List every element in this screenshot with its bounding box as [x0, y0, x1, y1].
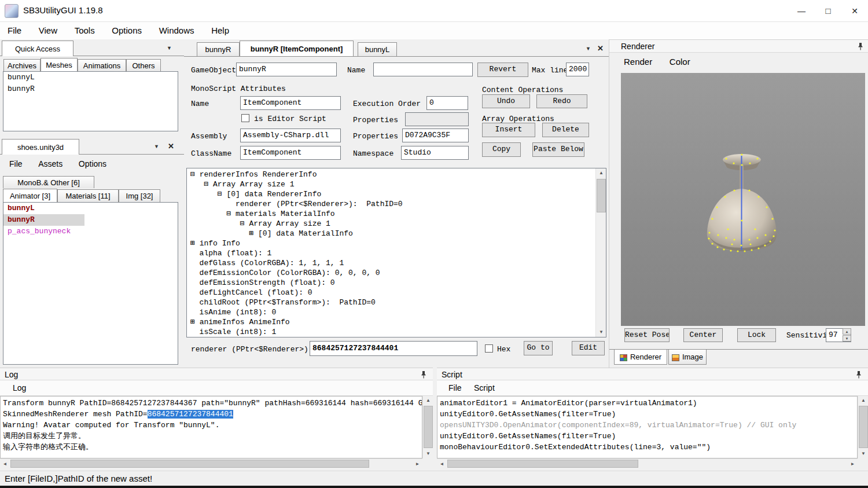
assembly-field[interactable]: Assembly-CSharp.dll — [240, 129, 341, 142]
ms-name-field[interactable]: ItemComponent — [240, 96, 341, 110]
unity-file-dropdown-icon[interactable]: ▼ — [154, 144, 159, 149]
name-field[interactable] — [373, 63, 473, 76]
editor-tab-bunnyr[interactable]: bunnyR — [197, 42, 240, 56]
log-vscroll-thumb[interactable] — [424, 406, 433, 448]
color-menu[interactable]: Color — [662, 53, 698, 71]
unity-file-close-icon[interactable]: ✕ — [168, 142, 174, 151]
script-hscroll-thumb[interactable] — [447, 460, 638, 468]
tab-meshes[interactable]: Meshes — [41, 58, 78, 71]
properties-hash-field[interactable]: D072A9C35F — [402, 129, 469, 142]
maximize-icon[interactable]: □ — [815, 0, 841, 22]
menu-view[interactable]: View — [31, 22, 65, 39]
redo-button[interactable]: Redo — [536, 94, 587, 108]
tab-materials[interactable]: Materials [11] — [57, 189, 119, 202]
scroll-right-icon[interactable]: ► — [848, 459, 858, 469]
list-item[interactable]: p_acs_bunyneck — [3, 226, 178, 237]
tree-row[interactable]: defLightCancel (float): 0 — [190, 288, 594, 298]
script-content[interactable]: animatorEditor1 = AnimatorEditor(parser=… — [437, 396, 858, 458]
lock-button[interactable]: Lock — [737, 328, 776, 342]
tree-row[interactable]: isAnime (int8): 0 — [190, 307, 594, 317]
spin-down-icon[interactable]: ▼ — [843, 335, 851, 342]
tree-scrollbar[interactable]: ▲ ▼ — [595, 168, 606, 337]
editor-tabs-close-icon[interactable]: ✕ — [597, 44, 604, 53]
minimize-icon[interactable]: — — [788, 0, 815, 22]
quick-access-dropdown-icon[interactable]: ▼ — [167, 45, 172, 51]
menu-help[interactable]: Help — [204, 22, 237, 39]
tree-row[interactable]: ⊟ Array Array size 1 — [190, 219, 594, 229]
delete-button[interactable]: Delete — [542, 123, 589, 137]
goto-button[interactable]: Go to — [524, 341, 553, 355]
tab-monob-other[interactable]: MonoB.& Other [6] — [3, 176, 94, 188]
tree-row[interactable]: ⊟ [0] data RendererInfo — [190, 189, 594, 199]
tree-row[interactable]: ⊟ Array Array size 1 — [190, 179, 594, 189]
scroll-right-icon[interactable]: ► — [413, 459, 422, 469]
list-item[interactable]: bunnyL — [3, 72, 178, 83]
classname-field[interactable]: ItemComponent — [240, 146, 341, 160]
tab-renderer-view[interactable]: Renderer — [614, 350, 667, 365]
gameobject-field[interactable]: bunnyR — [236, 63, 337, 76]
pin-icon[interactable] — [855, 370, 862, 381]
namespace-field[interactable]: Studio — [401, 146, 469, 160]
hex-checkbox[interactable] — [485, 344, 493, 353]
scroll-down-icon[interactable]: ▼ — [858, 449, 868, 458]
execution-order-field[interactable]: 0 — [426, 96, 468, 110]
tab-image-view[interactable]: Image — [668, 350, 707, 365]
scroll-left-icon[interactable]: ◄ — [437, 459, 447, 469]
menu-file[interactable]: File — [0, 22, 29, 39]
tree-row[interactable]: childRoot (PPtr<$Transform>): PathID=0 — [190, 298, 594, 307]
tab-quick-access[interactable]: Quick Access — [2, 41, 73, 56]
script-menu-script[interactable]: Script — [474, 383, 495, 392]
unity-menu-options[interactable]: Options — [72, 156, 113, 171]
tree-row[interactable]: ⊞ [0] data MaterialInfo — [190, 229, 594, 239]
edit-button[interactable]: Edit — [572, 341, 605, 355]
menu-tools[interactable]: Tools — [67, 22, 102, 39]
tree-row[interactable]: alpha (float): 1 — [190, 248, 594, 258]
script-vscrollbar[interactable]: ▲ ▼ — [858, 396, 868, 458]
scroll-down-icon[interactable]: ▼ — [423, 449, 433, 458]
log-tab[interactable]: Log — [13, 383, 26, 392]
tree-row[interactable]: ⊟ materials MaterialInfo — [190, 209, 594, 219]
unity-menu-assets[interactable]: Assets — [31, 156, 69, 171]
close-window-icon[interactable]: ✕ — [841, 0, 868, 22]
revert-button[interactable]: Revert — [477, 63, 528, 77]
tab-shoes-unity3d[interactable]: shoes.unity3d — [2, 139, 79, 155]
log-hscrollbar[interactable]: ◄ ► — [0, 458, 422, 468]
menu-windows[interactable]: Windows — [152, 22, 202, 39]
max-line-field[interactable]: 2000 — [566, 63, 589, 76]
tree-row[interactable]: renderer (PPtr<$Renderer>): PathID=0 — [190, 199, 594, 209]
tree-row[interactable]: defGlass (ColorRGBA): 1, 1, 1, 1 — [190, 258, 594, 268]
editor-tab-bunnyr-itemcomponent[interactable]: bunnyR [ItemComponent] — [240, 41, 354, 56]
menu-options[interactable]: Options — [104, 22, 149, 39]
tab-others[interactable]: Others — [126, 59, 161, 71]
scroll-up-icon[interactable]: ▲ — [858, 396, 868, 405]
log-vscrollbar[interactable]: ▲ ▼ — [422, 396, 433, 458]
center-button[interactable]: Center — [683, 328, 723, 342]
tab-archives[interactable]: Archives — [3, 59, 41, 71]
script-hscrollbar[interactable]: ◄ ► — [437, 458, 858, 468]
tree-row[interactable]: ⊞ info Info — [190, 239, 594, 248]
scroll-up-icon[interactable]: ▲ — [596, 168, 606, 178]
tree-row[interactable]: isScale (int8): 1 — [190, 327, 594, 337]
pin-icon[interactable] — [420, 370, 427, 381]
editor-tabs-dropdown-icon[interactable]: ▼ — [586, 46, 591, 52]
spin-up-icon[interactable]: ▲ — [843, 328, 851, 335]
tab-animator[interactable]: Animator [3] — [3, 189, 57, 202]
log-hscroll-thumb[interactable] — [10, 460, 369, 468]
insert-button[interactable]: Insert — [482, 123, 535, 137]
pathid-field[interactable]: 8684257127237844401 — [310, 341, 477, 356]
paste-below-button[interactable]: Paste Below — [532, 142, 584, 157]
properties-field[interactable] — [405, 112, 469, 126]
is-editor-script-checkbox[interactable] — [241, 114, 249, 122]
script-menu-file[interactable]: File — [448, 383, 462, 392]
tab-img[interactable]: Img [32] — [119, 189, 160, 202]
list-item-selected[interactable]: bunnyR — [3, 214, 84, 226]
tree-row[interactable]: defEmissionColor (ColorRGBA): 0, 0, 0, 0 — [190, 268, 594, 278]
tree-row[interactable]: ⊟ rendererInfos RendererInfo — [190, 170, 594, 179]
scroll-left-icon[interactable]: ◄ — [0, 459, 10, 469]
tree-row[interactable]: ⊞ animeInfos AnimeInfo — [190, 317, 594, 327]
tab-animations[interactable]: Animations — [78, 59, 126, 71]
tree-scroll-thumb[interactable] — [597, 179, 606, 212]
undo-button[interactable]: Undo — [482, 94, 530, 108]
script-vscroll-thumb[interactable] — [859, 406, 868, 448]
list-item[interactable]: bunnyR — [3, 83, 178, 95]
